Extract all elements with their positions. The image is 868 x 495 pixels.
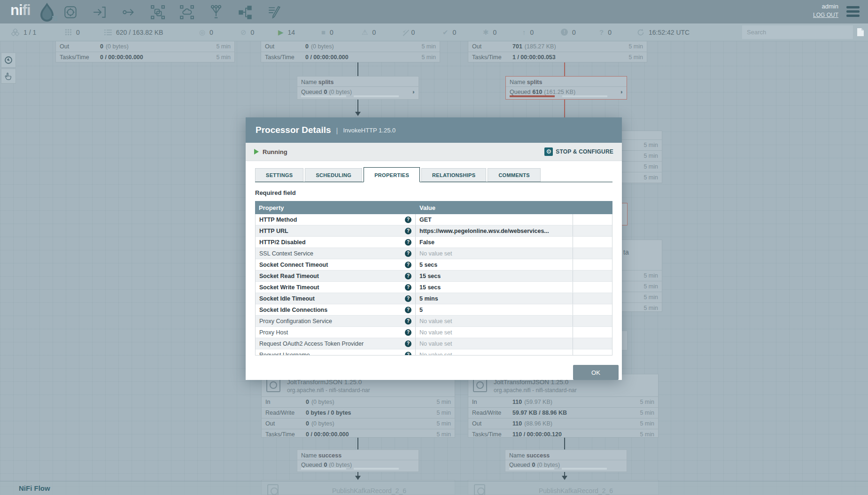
- nifi-logo: nifi: [10, 2, 31, 23]
- running-icon: ▶: [278, 29, 284, 36]
- remote-process-group-icon[interactable]: [179, 5, 194, 20]
- refresh-icon[interactable]: [637, 29, 644, 36]
- disabled-status: ⚡0: [402, 23, 415, 41]
- connection-line: [564, 472, 565, 476]
- processor-top-left: Out0(0 bytes)5 min Tasks/Time0 / 00:00:0…: [55, 41, 235, 62]
- funnel-icon[interactable]: [209, 5, 224, 20]
- processor-jolt-left: JoltTransformJSON 1.25.0org.apache.nifi …: [261, 374, 455, 438]
- cluster-icon: [11, 29, 19, 36]
- process-group-icon[interactable]: [150, 5, 165, 20]
- help-icon[interactable]: ?: [405, 228, 411, 234]
- property-row: HTTP/2 Disabled?False: [256, 237, 612, 248]
- help-icon[interactable]: ?: [405, 217, 411, 223]
- invalid-status: ⚠0: [362, 23, 376, 41]
- status-bar: 1 / 1 0 620 / 163.82 KB ◎0 ⊘0 ▶14 ■0 ⚠0 …: [0, 23, 868, 41]
- compass-icon: [4, 55, 13, 65]
- logout-link[interactable]: LOG OUT: [813, 12, 838, 18]
- threads-icon: [65, 29, 72, 36]
- properties-table: HTTP Method?GET HTTP URL?https://www.peg…: [255, 214, 612, 356]
- label-icon[interactable]: [267, 5, 282, 20]
- property-row: Socket Connect Timeout?5 secs: [256, 259, 612, 271]
- connection-line: [564, 438, 565, 449]
- help-icon[interactable]: ?: [405, 352, 411, 356]
- property-row: SSL Context Service?No value set: [256, 248, 612, 259]
- property-row: Proxy Host?No value set: [256, 327, 612, 338]
- locally-modified-icon: ✱: [483, 29, 489, 36]
- navigate-palette-button[interactable]: [1, 53, 16, 68]
- tab-relationships[interactable]: RELATIONSHIPS: [421, 168, 486, 182]
- tab-scheduling[interactable]: SCHEDULING: [305, 168, 362, 182]
- up-to-date-status: ✔0: [442, 23, 456, 41]
- global-menu-button[interactable]: [846, 6, 860, 19]
- search-input[interactable]: [742, 25, 853, 39]
- running-state-icon: [254, 149, 259, 155]
- nifi-app: Out0(0 bytes)5 min Tasks/Time0 / 00:00:0…: [0, 0, 868, 495]
- nifi-drop-icon: [39, 2, 58, 23]
- tab-comments[interactable]: COMMENTS: [488, 168, 541, 182]
- connection-line: [357, 100, 358, 112]
- help-icon[interactable]: ?: [405, 329, 411, 336]
- dialog-component-type: InvokeHTTP 1.25.0: [343, 127, 395, 134]
- output-port-icon[interactable]: [121, 5, 136, 20]
- property-row: HTTP Method?GET: [256, 214, 612, 225]
- column-value: Value: [416, 204, 573, 211]
- refresh-status: 16:52:42 UTC: [637, 23, 690, 41]
- ok-button[interactable]: OK: [573, 365, 619, 380]
- processor-jolt-right: JoltTransformJSON 1.25.0org.apache.nifi …: [468, 374, 659, 438]
- disabled-icon: ⚡: [402, 29, 407, 36]
- app-header: nifi admin LOG OUT: [0, 0, 868, 23]
- dialog-body: SETTINGS SCHEDULING PROPERTIES RELATIONS…: [246, 161, 622, 380]
- stopped-status: ■0: [321, 23, 333, 41]
- tab-settings[interactable]: SETTINGS: [255, 168, 303, 182]
- processor-name-fragment: ta: [623, 248, 629, 256]
- processor-component-icon[interactable]: [63, 5, 78, 20]
- queued-status: 620 / 163.82 KB: [104, 23, 163, 41]
- help-icon[interactable]: ?: [405, 262, 411, 268]
- connection-arrow: [355, 476, 361, 480]
- help-icon[interactable]: ?: [405, 239, 411, 246]
- processor-icon: [473, 378, 487, 392]
- queued-icon: [104, 29, 112, 36]
- load-balance-icon: ◑: [411, 88, 415, 95]
- connection-label-success-left: Name success Queued0(0 bytes): [297, 449, 419, 472]
- property-row: Proxy Configuration Service?No value set: [256, 316, 612, 327]
- processor-icon: [266, 378, 280, 392]
- bulletin-doc-icon[interactable]: [857, 28, 864, 39]
- dialog-status-row: Running ⚙ STOP & CONFIGURE: [246, 143, 622, 161]
- breadcrumb-bar: NiFi Flow: [0, 481, 868, 495]
- invalid-icon: ⚠: [362, 29, 368, 36]
- gear-icon: ⚙: [544, 147, 553, 156]
- help-icon[interactable]: ?: [405, 307, 411, 313]
- not-transmitting-icon: ⊘: [240, 29, 247, 36]
- help-icon[interactable]: ?: [405, 340, 411, 347]
- run-state-label: Running: [263, 148, 287, 155]
- tab-properties[interactable]: PROPERTIES: [364, 167, 420, 182]
- help-icon[interactable]: ?: [405, 295, 411, 302]
- input-port-icon[interactable]: [92, 5, 107, 20]
- connection-line: [357, 472, 358, 476]
- locally-modified-status: ✱0: [483, 23, 496, 41]
- connection-arrow: [355, 112, 361, 116]
- help-icon[interactable]: ?: [405, 318, 411, 325]
- properties-table-header: Property Value: [255, 201, 612, 214]
- stale-status: ↑0: [522, 23, 534, 41]
- question-icon: ?: [599, 29, 604, 36]
- required-field-note: Required field: [255, 189, 612, 196]
- user-area: admin LOG OUT: [813, 3, 838, 18]
- help-icon[interactable]: ?: [405, 250, 411, 257]
- processor-details-dialog: Processor Details | InvokeHTTP 1.25.0 Ru…: [246, 117, 622, 379]
- property-row: Request OAuth2 Access Token Provider?No …: [256, 338, 612, 349]
- connection-arrow: [562, 476, 567, 480]
- transmitting-status: ◎0: [199, 23, 213, 41]
- help-icon[interactable]: ?: [405, 284, 411, 291]
- processor-top-right: Out701(185.27 KB)5 min Tasks/Time1 / 00:…: [468, 41, 647, 62]
- processor-top-mid: Out0(0 bytes)5 min Tasks/Time0 / 00:00:0…: [261, 41, 440, 62]
- stop-and-configure-button[interactable]: ⚙ STOP & CONFIGURE: [544, 147, 613, 156]
- help-icon[interactable]: ?: [405, 273, 411, 279]
- operate-palette-button[interactable]: [1, 69, 16, 84]
- column-property: Property: [255, 204, 416, 211]
- breadcrumb[interactable]: NiFi Flow: [19, 484, 50, 492]
- property-row: Request Username?No value set: [256, 349, 612, 356]
- template-icon[interactable]: [238, 5, 253, 20]
- load-balance-icon: ◑: [619, 88, 623, 95]
